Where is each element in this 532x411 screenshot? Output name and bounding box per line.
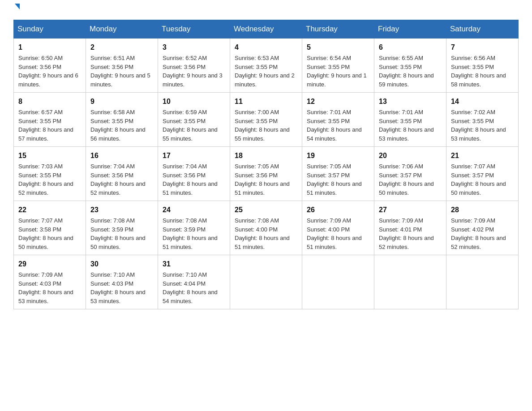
- day-info: Sunrise: 6:54 AMSunset: 3:55 PMDaylight:…: [307, 55, 367, 88]
- day-info: Sunrise: 7:10 AMSunset: 4:03 PMDaylight:…: [90, 271, 146, 304]
- day-number: 11: [235, 96, 297, 107]
- day-number: 19: [307, 150, 369, 161]
- calendar-day-cell: 22Sunrise: 7:07 AMSunset: 3:58 PMDayligh…: [14, 201, 86, 255]
- calendar-week-row: 22Sunrise: 7:07 AMSunset: 3:58 PMDayligh…: [14, 201, 519, 255]
- calendar-header-wednesday: Wednesday: [230, 20, 302, 39]
- day-info: Sunrise: 7:06 AMSunset: 3:57 PMDaylight:…: [379, 163, 434, 196]
- day-info: Sunrise: 7:08 AMSunset: 4:00 PMDaylight:…: [235, 217, 290, 250]
- day-info: Sunrise: 6:53 AMSunset: 3:55 PMDaylight:…: [235, 55, 295, 88]
- calendar-day-cell: 6Sunrise: 6:55 AMSunset: 3:55 PMDaylight…: [374, 39, 446, 93]
- calendar-day-cell: 28Sunrise: 7:09 AMSunset: 4:02 PMDayligh…: [446, 201, 519, 255]
- calendar-day-cell: 23Sunrise: 7:08 AMSunset: 3:59 PMDayligh…: [86, 201, 158, 255]
- day-number: 16: [90, 150, 153, 161]
- day-number: 10: [163, 96, 225, 107]
- day-number: 29: [18, 259, 81, 270]
- day-number: 28: [451, 205, 514, 215]
- calendar-day-cell: 16Sunrise: 7:04 AMSunset: 3:56 PMDayligh…: [86, 147, 158, 201]
- calendar-header-friday: Friday: [374, 20, 446, 39]
- day-number: 14: [451, 96, 514, 107]
- logo-triangle-icon: [15, 4, 20, 9]
- calendar-day-cell: 7Sunrise: 6:56 AMSunset: 3:55 PMDaylight…: [446, 39, 519, 93]
- day-number: 27: [379, 205, 442, 215]
- day-info: Sunrise: 7:05 AMSunset: 3:56 PMDaylight:…: [235, 163, 290, 196]
- calendar-day-cell: 30Sunrise: 7:10 AMSunset: 4:03 PMDayligh…: [86, 255, 158, 309]
- day-number: 20: [379, 150, 442, 161]
- day-info: Sunrise: 7:10 AMSunset: 4:04 PMDaylight:…: [163, 271, 218, 304]
- day-info: Sunrise: 7:09 AMSunset: 4:02 PMDaylight:…: [451, 217, 506, 250]
- calendar-day-cell: 4Sunrise: 6:53 AMSunset: 3:55 PMDaylight…: [230, 39, 302, 93]
- day-info: Sunrise: 7:02 AMSunset: 3:55 PMDaylight:…: [451, 109, 506, 142]
- day-info: Sunrise: 7:04 AMSunset: 3:56 PMDaylight:…: [90, 163, 146, 196]
- calendar-header-tuesday: Tuesday: [158, 20, 230, 39]
- calendar-day-cell: 13Sunrise: 7:01 AMSunset: 3:55 PMDayligh…: [374, 93, 446, 147]
- day-info: Sunrise: 7:08 AMSunset: 3:59 PMDaylight:…: [163, 217, 218, 250]
- calendar-week-row: 8Sunrise: 6:57 AMSunset: 3:55 PMDaylight…: [14, 93, 519, 147]
- calendar-day-cell: 31Sunrise: 7:10 AMSunset: 4:04 PMDayligh…: [158, 255, 230, 309]
- calendar-table: SundayMondayTuesdayWednesdayThursdayFrid…: [13, 20, 519, 309]
- calendar-day-cell: 18Sunrise: 7:05 AMSunset: 3:56 PMDayligh…: [230, 147, 302, 201]
- day-number: 7: [451, 42, 514, 53]
- calendar-day-cell: 25Sunrise: 7:08 AMSunset: 4:00 PMDayligh…: [230, 201, 302, 255]
- day-info: Sunrise: 7:09 AMSunset: 4:00 PMDaylight:…: [307, 217, 362, 250]
- day-info: Sunrise: 7:00 AMSunset: 3:55 PMDaylight:…: [235, 109, 290, 142]
- day-info: Sunrise: 6:50 AMSunset: 3:56 PMDaylight:…: [18, 55, 78, 88]
- calendar-day-cell: 20Sunrise: 7:06 AMSunset: 3:57 PMDayligh…: [374, 147, 446, 201]
- calendar-day-cell: 19Sunrise: 7:05 AMSunset: 3:57 PMDayligh…: [302, 147, 374, 201]
- calendar-header-sunday: Sunday: [14, 20, 86, 39]
- day-number: 30: [90, 259, 153, 270]
- day-number: 31: [163, 259, 225, 270]
- day-info: Sunrise: 6:51 AMSunset: 3:56 PMDaylight:…: [90, 55, 150, 88]
- day-number: 3: [163, 42, 225, 53]
- calendar-day-cell: 29Sunrise: 7:09 AMSunset: 4:03 PMDayligh…: [14, 255, 86, 309]
- day-number: 6: [379, 42, 442, 53]
- calendar-day-cell: 3Sunrise: 6:52 AMSunset: 3:56 PMDaylight…: [158, 39, 230, 93]
- day-number: 13: [379, 96, 442, 107]
- calendar-day-cell: 2Sunrise: 6:51 AMSunset: 3:56 PMDaylight…: [86, 39, 158, 93]
- day-number: 26: [307, 205, 369, 215]
- day-number: 24: [163, 205, 225, 215]
- calendar-week-row: 1Sunrise: 6:50 AMSunset: 3:56 PMDaylight…: [14, 39, 519, 93]
- day-info: Sunrise: 6:57 AMSunset: 3:55 PMDaylight:…: [18, 109, 73, 142]
- day-number: 25: [235, 205, 297, 215]
- day-info: Sunrise: 6:59 AMSunset: 3:55 PMDaylight:…: [163, 109, 218, 142]
- day-number: 9: [90, 96, 153, 107]
- calendar-day-cell: 5Sunrise: 6:54 AMSunset: 3:55 PMDaylight…: [302, 39, 374, 93]
- day-info: Sunrise: 6:55 AMSunset: 3:55 PMDaylight:…: [379, 55, 434, 88]
- day-info: Sunrise: 7:01 AMSunset: 3:55 PMDaylight:…: [307, 109, 362, 142]
- calendar-day-cell: 17Sunrise: 7:04 AMSunset: 3:56 PMDayligh…: [158, 147, 230, 201]
- day-number: 23: [90, 205, 153, 215]
- day-number: 4: [235, 42, 297, 53]
- day-info: Sunrise: 7:05 AMSunset: 3:57 PMDaylight:…: [307, 163, 362, 196]
- calendar-week-row: 29Sunrise: 7:09 AMSunset: 4:03 PMDayligh…: [14, 255, 519, 309]
- calendar-day-cell: 14Sunrise: 7:02 AMSunset: 3:55 PMDayligh…: [446, 93, 519, 147]
- day-info: Sunrise: 6:58 AMSunset: 3:55 PMDaylight:…: [90, 109, 146, 142]
- day-number: 2: [90, 42, 153, 53]
- calendar-day-cell: 24Sunrise: 7:08 AMSunset: 3:59 PMDayligh…: [158, 201, 230, 255]
- calendar-day-cell: 15Sunrise: 7:03 AMSunset: 3:55 PMDayligh…: [14, 147, 86, 201]
- calendar-empty-cell: [374, 255, 446, 309]
- day-number: 18: [235, 150, 297, 161]
- day-info: Sunrise: 7:09 AMSunset: 4:01 PMDaylight:…: [379, 217, 434, 250]
- calendar-day-cell: 12Sunrise: 7:01 AMSunset: 3:55 PMDayligh…: [302, 93, 374, 147]
- calendar-empty-cell: [446, 255, 519, 309]
- day-info: Sunrise: 7:08 AMSunset: 3:59 PMDaylight:…: [90, 217, 146, 250]
- day-info: Sunrise: 7:07 AMSunset: 3:58 PMDaylight:…: [18, 217, 73, 250]
- day-number: 17: [163, 150, 225, 161]
- day-number: 22: [18, 205, 81, 215]
- calendar-day-cell: 10Sunrise: 6:59 AMSunset: 3:55 PMDayligh…: [158, 93, 230, 147]
- calendar-header-saturday: Saturday: [446, 20, 519, 39]
- calendar-day-cell: 1Sunrise: 6:50 AMSunset: 3:56 PMDaylight…: [14, 39, 86, 93]
- calendar-day-cell: 11Sunrise: 7:00 AMSunset: 3:55 PMDayligh…: [230, 93, 302, 147]
- calendar-header-thursday: Thursday: [302, 20, 374, 39]
- day-info: Sunrise: 7:07 AMSunset: 3:57 PMDaylight:…: [451, 163, 506, 196]
- day-number: 12: [307, 96, 369, 107]
- day-info: Sunrise: 6:52 AMSunset: 3:56 PMDaylight:…: [163, 55, 223, 88]
- day-info: Sunrise: 6:56 AMSunset: 3:55 PMDaylight:…: [451, 55, 506, 88]
- calendar-day-cell: 26Sunrise: 7:09 AMSunset: 4:00 PMDayligh…: [302, 201, 374, 255]
- day-number: 8: [18, 96, 81, 107]
- calendar-week-row: 15Sunrise: 7:03 AMSunset: 3:55 PMDayligh…: [14, 147, 519, 201]
- calendar-day-cell: 8Sunrise: 6:57 AMSunset: 3:55 PMDaylight…: [14, 93, 86, 147]
- page-header: [13, 9, 519, 11]
- day-number: 21: [451, 150, 514, 161]
- day-number: 5: [307, 42, 369, 53]
